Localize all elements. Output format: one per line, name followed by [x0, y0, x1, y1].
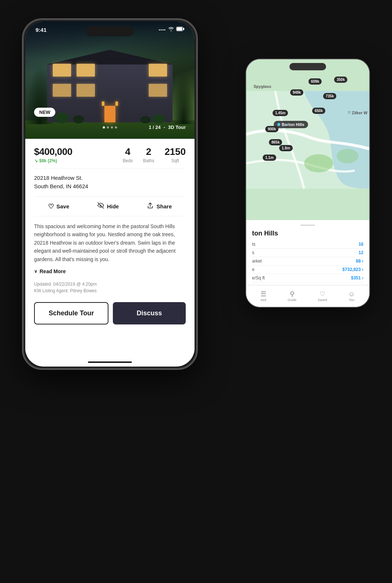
signal-icon: ▪▪▪▪ — [159, 27, 166, 32]
svg-point-2 — [337, 149, 358, 163]
action-row: ♡ Save Hide — [34, 196, 186, 216]
svg-rect-4 — [183, 28, 184, 30]
hide-icon — [97, 202, 104, 211]
schedule-tour-button[interactable]: Schedule Tour — [34, 302, 108, 324]
price-19m[interactable]: 1.9m — [279, 145, 293, 151]
svg-rect-5 — [177, 27, 182, 31]
spyglass-label: Spyglass — [254, 84, 271, 89]
scroll-content[interactable]: NEW 1 / 24 - 3D Tour — [25, 22, 195, 367]
stats-row: 4 Beds 2 Baths 2150 Sqft — [123, 146, 186, 163]
home-bar-area — [25, 339, 195, 354]
price-11m[interactable]: 1.1m — [263, 155, 276, 161]
info-row-3: arket 88 › — [252, 257, 363, 265]
dot-4 — [115, 126, 117, 129]
price-145m[interactable]: 1.45m — [273, 110, 288, 116]
price-865k[interactable]: 865k — [269, 139, 282, 145]
agent-text: KW Listing Agent: Pitney Bowes — [34, 288, 186, 293]
battery-icon — [176, 27, 184, 32]
price-949k[interactable]: 949k — [290, 89, 303, 96]
wifi-icon — [168, 27, 174, 32]
price-block: $400,000 ↘ $8k (2%) — [34, 146, 72, 163]
price-650k[interactable]: 650k — [312, 108, 325, 114]
phone-screen: 9:41 ▪▪▪▪ — [25, 22, 195, 367]
nav-feed[interactable]: ☰ eed — [260, 291, 266, 302]
back-phone-notch — [289, 63, 326, 70]
house-body — [47, 56, 173, 122]
nav-saved[interactable]: ♡ Saved — [318, 291, 327, 302]
info-row-1: ts 16 — [252, 240, 363, 249]
listing-content: $400,000 ↘ $8k (2%) 4 Beds 2 — [25, 139, 195, 339]
drag-handle — [300, 224, 315, 226]
bottom-actions: Schedule Tour Discuss — [34, 302, 186, 332]
description-text: This spacious and welcoming home in the … — [34, 222, 186, 263]
info-row-4: e $732,823 › — [252, 265, 363, 274]
share-button[interactable]: Share — [147, 202, 172, 211]
zilker-label: ♡ Zilker W — [348, 111, 367, 115]
dot-1 — [103, 126, 105, 129]
barton-hills-label[interactable]: Barton Hills — [274, 121, 308, 128]
svg-point-1 — [304, 154, 333, 172]
nav-guide[interactable]: ⚲ Guide — [288, 291, 296, 302]
stat-beds: 4 Beds — [123, 146, 133, 163]
front-phone: 9:41 ▪▪▪▪ — [22, 18, 198, 370]
info-row-5: e/Sq ft $351 › — [252, 274, 363, 282]
read-more-button[interactable]: ∨ Read More — [34, 268, 186, 274]
stat-baths: 2 Baths — [143, 146, 154, 163]
price-value: $400,000 — [34, 146, 72, 157]
price-609k[interactable]: 609k — [308, 78, 322, 85]
price-350k[interactable]: 350k — [334, 77, 347, 83]
3d-tour-label[interactable]: 3D Tour — [168, 125, 186, 130]
dot-3 — [111, 126, 113, 129]
address-block: 20218 Heathrow St. South Bend, IN 46624 — [34, 168, 186, 190]
price-row: $400,000 ↘ $8k (2%) 4 Beds 2 — [34, 146, 186, 163]
image-counter: 1 / 24 - 3D Tour — [149, 125, 186, 130]
nav-you[interactable]: ☺ You — [348, 291, 355, 302]
discuss-button[interactable]: Discuss — [113, 302, 186, 324]
home-indicator — [88, 361, 132, 363]
address-line2: South Bend, IN 46624 — [34, 182, 186, 191]
price-arrow: ↘ — [34, 158, 38, 163]
status-icons: ▪▪▪▪ — [159, 27, 184, 32]
notch — [86, 26, 134, 36]
hide-button[interactable]: Hide — [97, 202, 119, 211]
price-900k[interactable]: 900k — [265, 126, 278, 132]
save-button[interactable]: ♡ Save — [48, 203, 69, 211]
back-phone: Barton Hills Spyglass ♡ Zilker W 609k 35… — [245, 59, 370, 308]
updated-text: Updated: 04/22/2019 @ 4:20pm — [34, 282, 186, 287]
heart-icon: ♡ — [48, 203, 54, 211]
image-dots — [103, 126, 117, 129]
price-delta: $8k (2%) — [39, 158, 57, 163]
area-title: ton Hills — [252, 230, 363, 237]
price-change: ↘ $8k (2%) — [34, 158, 72, 163]
dot-2 — [107, 126, 109, 129]
price-735k[interactable]: 735k — [323, 93, 336, 99]
status-time: 9:41 — [36, 27, 47, 33]
share-icon — [147, 202, 154, 211]
address-line1: 20218 Heathrow St. — [34, 174, 186, 182]
map-view[interactable]: Barton Hills Spyglass ♡ Zilker W 609k 35… — [246, 59, 369, 220]
back-phone-bottom-nav: ☰ eed ⚲ Guide ♡ Saved ☺ You — [246, 285, 369, 307]
stat-sqft: 2150 Sqft — [164, 146, 186, 163]
chevron-down-icon: ∨ — [34, 269, 37, 274]
new-badge: NEW — [34, 108, 55, 117]
info-row-2: s 12 — [252, 249, 363, 257]
